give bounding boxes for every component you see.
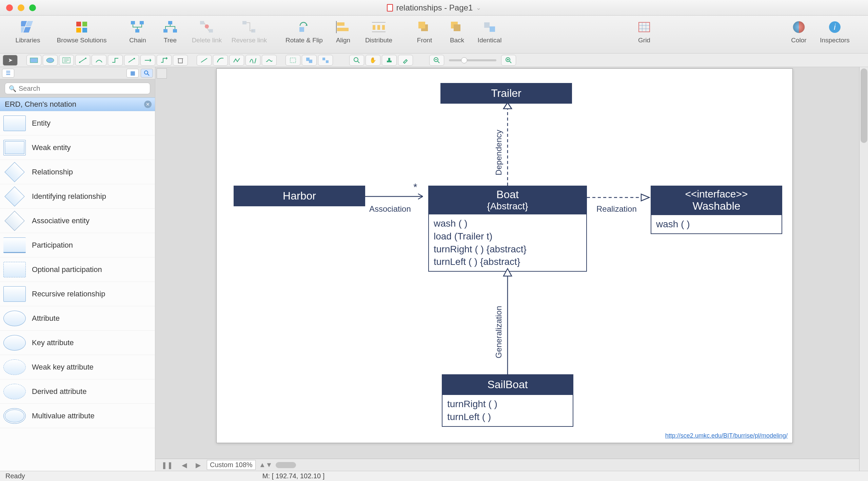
shape-key-attribute[interactable]: Key attribute	[0, 331, 155, 355]
grid-button[interactable]: Grid	[629, 18, 660, 44]
uml-sailboat[interactable]: SailBoat turnRight ( ) turnLeft ( )	[442, 374, 573, 427]
shape-associative-entity[interactable]: Associative entity	[0, 209, 155, 233]
shape-optional-participation[interactable]: Optional participation	[0, 257, 155, 282]
connector-2-tool[interactable]	[92, 55, 106, 66]
shape-identifying-relationship[interactable]: Identifying relationship	[0, 184, 155, 209]
rotate-flip-button[interactable]: Rotate & Flip	[282, 18, 326, 44]
svg-rect-61	[388, 58, 390, 61]
connector-6-tool[interactable]	[157, 55, 172, 66]
connector-5-tool[interactable]	[140, 55, 155, 66]
diagram-source-link[interactable]: http://sce2.umkc.edu/BIT/burrise/pl/mode…	[665, 432, 788, 439]
shape-entity[interactable]: Entity	[0, 111, 155, 135]
svg-rect-5	[82, 22, 87, 26]
pause-icon[interactable]: ❚❚	[159, 460, 176, 470]
group-tool[interactable]	[302, 55, 317, 66]
shape-derived-attribute[interactable]: Derived attribute	[0, 379, 155, 404]
delete-tool[interactable]	[173, 55, 188, 66]
select-tool[interactable]: ➤	[3, 55, 18, 66]
close-window-icon[interactable]	[6, 4, 13, 11]
ungroup-tool[interactable]	[318, 55, 333, 66]
front-button[interactable]: Front	[409, 18, 440, 44]
uml-harbor[interactable]: Harbor	[234, 186, 365, 206]
distribute-button[interactable]: Distribute	[360, 18, 397, 44]
zoom-stepper[interactable]: ▲▼	[259, 461, 273, 469]
next-page-button[interactable]: ▶	[193, 460, 203, 470]
curve-tool[interactable]	[213, 55, 228, 66]
canvas-area[interactable]: Trailer Harbor Boat {Abstract} wash ( ) …	[155, 67, 868, 471]
uml-boat[interactable]: Boat {Abstract} wash ( ) load (Trailer t…	[428, 186, 587, 272]
tree-button[interactable]: Tree	[155, 18, 186, 44]
zoom-out-button[interactable]	[429, 55, 444, 66]
close-section-icon[interactable]: ✕	[144, 101, 152, 108]
stamp-tool[interactable]	[382, 55, 397, 66]
back-icon	[450, 20, 465, 35]
polyline-tool[interactable]	[229, 55, 244, 66]
shape-multivalue-attribute[interactable]: Multivalue attribute	[0, 404, 155, 428]
maximize-window-icon[interactable]	[29, 4, 36, 11]
color-button[interactable]: Color	[783, 18, 814, 44]
shape-recursive-relationship[interactable]: Recursive relationship	[0, 282, 155, 306]
connector-1-tool[interactable]	[75, 55, 90, 66]
zoom-slider[interactable]	[449, 59, 496, 61]
minimize-window-icon[interactable]	[18, 4, 24, 11]
conn-association	[365, 192, 428, 203]
diagram-canvas[interactable]: Trailer Harbor Boat {Abstract} wash ( ) …	[216, 68, 793, 443]
svg-rect-31	[454, 24, 460, 31]
search-view-toggle[interactable]	[141, 69, 153, 78]
page-bar: ❚❚ ◀ ▶ Custom 108% ▲▼	[155, 459, 859, 471]
svg-rect-12	[163, 29, 167, 33]
zoom-in-button[interactable]	[501, 55, 516, 66]
reverse-link-button[interactable]: Reverse link	[228, 18, 271, 44]
window-title[interactable]: relationships - Page1 ⌄	[387, 3, 481, 13]
document-icon	[387, 4, 393, 12]
delete-link-button[interactable]: Delete link	[187, 18, 226, 44]
freehand-tool[interactable]	[262, 55, 277, 66]
svg-line-71	[147, 74, 149, 76]
svg-rect-17	[242, 21, 246, 24]
svg-rect-32	[484, 22, 490, 28]
back-button[interactable]: Back	[441, 18, 473, 44]
rect-tool[interactable]	[26, 55, 41, 66]
svg-rect-51	[178, 59, 182, 63]
text-box-tool[interactable]	[59, 55, 74, 66]
pan-tool[interactable]: ✋	[366, 55, 380, 66]
ellipse-tool[interactable]	[43, 55, 58, 66]
uml-trailer[interactable]: Trailer	[440, 83, 572, 104]
reverse-link-icon	[242, 20, 257, 35]
conn-generalization	[503, 269, 516, 374]
shape-participation[interactable]: Participation	[0, 233, 155, 257]
line-tool[interactable]	[197, 55, 212, 66]
conn-dependency	[503, 103, 516, 186]
zoom-level-display[interactable]: Custom 108%	[207, 460, 256, 470]
libraries-button[interactable]: Libraries	[4, 18, 52, 44]
search-input[interactable]	[5, 83, 150, 94]
identical-button[interactable]: Identical	[474, 18, 505, 44]
status-bar: Ready M: [ 192.74, 102.10 ]	[0, 471, 868, 481]
eyedropper-tool[interactable]	[398, 55, 413, 66]
zoom-tool[interactable]	[349, 55, 364, 66]
browse-solutions-button[interactable]: Browse Solutions	[53, 18, 111, 44]
uml-washable[interactable]: <<interface>> Washable wash ( )	[651, 186, 782, 234]
search-icon: 🔍	[9, 85, 16, 92]
vertical-scrollbar[interactable]	[859, 67, 868, 471]
list-view-toggle[interactable]: ☰	[2, 69, 14, 78]
inspectors-button[interactable]: iInspectors	[816, 18, 854, 44]
svg-rect-24	[377, 25, 380, 30]
grid-view-toggle[interactable]: ▦	[126, 69, 139, 78]
shape-attribute[interactable]: Attribute	[0, 306, 155, 331]
horizontal-scrollbar[interactable]	[276, 462, 296, 468]
shape-weak-key-attribute[interactable]: Weak key attribute	[0, 355, 155, 379]
svg-rect-58	[326, 60, 329, 63]
connector-3-tool[interactable]	[108, 55, 123, 66]
chain-button[interactable]: Chain	[122, 18, 153, 44]
connector-4-tool[interactable]	[124, 55, 139, 66]
crop-tool[interactable]	[285, 55, 300, 66]
library-section-header[interactable]: ERD, Chen's notation ✕	[0, 98, 155, 111]
window-title-text: relationships - Page1	[396, 3, 473, 13]
shape-weak-entity[interactable]: Weak entity	[0, 135, 155, 160]
align-button[interactable]: Align	[328, 18, 359, 44]
prev-page-button[interactable]: ◀	[179, 460, 190, 470]
shape-relationship[interactable]: Relationship	[0, 160, 155, 184]
spline-tool[interactable]	[245, 55, 260, 66]
conn-realization	[587, 193, 651, 204]
